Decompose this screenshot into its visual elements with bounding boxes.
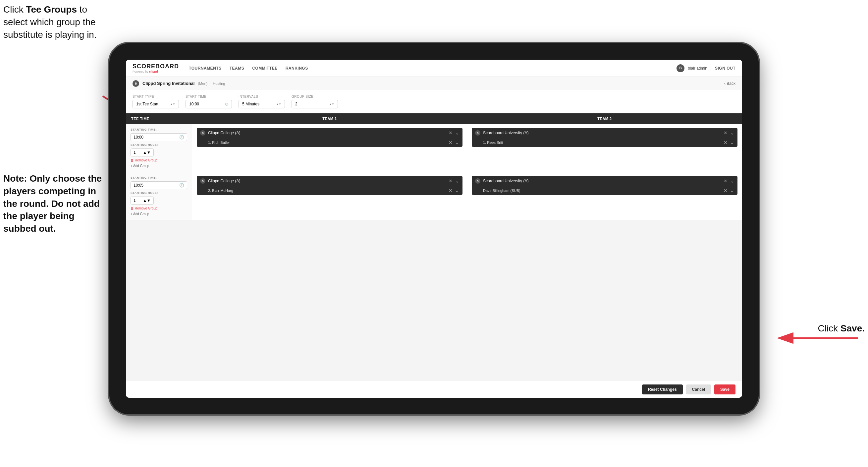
time-icon-2: 🕐 — [179, 183, 184, 187]
click-save-label: Click Save. — [818, 323, 865, 334]
starting-time-input-1[interactable]: 10:00 🕐 — [130, 133, 187, 141]
nav-avatar: B — [677, 64, 684, 72]
team1-remove-2[interactable]: ✕ — [448, 178, 453, 184]
breadcrumb-bar: B Clippd Spring Invitational (Men) Hosti… — [126, 77, 742, 90]
start-time-input[interactable]: 10:00 🕐 — [186, 100, 232, 108]
player-expand-1-2[interactable]: ⌄ — [455, 188, 459, 193]
starting-hole-input-1[interactable]: 1 ▲▼ — [130, 148, 154, 156]
note-text: Note: Only choose the players competing … — [3, 172, 106, 235]
player-entry-2-2: Dave Billingham (SUB) ✕ ⌄ — [472, 186, 738, 195]
group-size-label: Group Size — [291, 95, 338, 98]
start-time-stepper[interactable]: 🕐 — [225, 103, 228, 106]
team2-col-1: S Scoreboard University (A) ✕ ⌄ 1. Rees … — [467, 124, 742, 172]
team1-remove-1[interactable]: ✕ — [448, 130, 453, 136]
intervals-stepper[interactable]: ▲▼ — [276, 103, 281, 106]
logo-powered: Powered by clippd — [132, 70, 179, 73]
header-team1: Team 1 — [192, 113, 467, 124]
starting-time-input-2[interactable]: 10:05 🕐 — [130, 181, 187, 189]
team1-col-1: B Clippd College (A) ✕ ⌄ 1. Rich Butler … — [192, 124, 467, 172]
player-remove-1-1[interactable]: ✕ — [448, 140, 453, 145]
starting-time-label-1: STARTING TIME: — [130, 128, 187, 131]
hosting-badge: Hosting — [213, 82, 225, 86]
logo-clippd: clippd — [149, 70, 158, 73]
starting-hole-label-1: STARTING HOLE: — [130, 143, 187, 146]
back-link[interactable]: Back — [724, 81, 736, 86]
player-remove-2-1[interactable]: ✕ — [723, 140, 727, 145]
starting-hole-value-2: 1 — [133, 198, 136, 203]
settings-start-type: Start Type 1st Tee Start ▲▼ — [132, 95, 179, 108]
cancel-button[interactable]: Cancel — [686, 384, 711, 395]
team2-name-1: Scoreboard University (A) — [483, 130, 721, 135]
team2-dot-2: S — [475, 178, 480, 184]
tee-table: Tee Time Team 1 Team 2 STARTING TIME: 10… — [126, 113, 742, 381]
team2-expand-2[interactable]: ⌄ — [730, 178, 734, 184]
nav-tournaments[interactable]: TOURNAMENTS — [189, 65, 222, 72]
team1-header-1: B Clippd College (A) ✕ ⌄ — [197, 128, 463, 138]
start-type-stepper[interactable]: ▲▼ — [170, 103, 175, 106]
team2-remove-1[interactable]: ✕ — [723, 130, 727, 136]
start-type-label: Start Type — [132, 95, 179, 98]
hole-stepper-2[interactable]: ▲▼ — [143, 198, 151, 203]
starting-hole-input-2[interactable]: 1 ▲▼ — [130, 197, 154, 204]
player-expand-2-2[interactable]: ⌄ — [730, 188, 734, 193]
team1-expand-2[interactable]: ⌄ — [455, 178, 459, 184]
team2-entry-1: S Scoreboard University (A) ✕ ⌄ 1. Rees … — [472, 128, 738, 147]
team1-entry-2: B Clippd College (A) ✕ ⌄ 2. Blair McHarg… — [197, 176, 463, 195]
player-name-1-1: 1. Rich Butler — [208, 141, 446, 145]
team1-dot-2: B — [200, 178, 206, 184]
intervals-input[interactable]: 5 Minutes ▲▼ — [239, 100, 285, 108]
player-name-1-2: 2. Blair McHarg — [208, 188, 446, 193]
content-area: Start Type 1st Tee Start ▲▼ Start Time 1… — [126, 90, 742, 398]
team2-header-2: S Scoreboard University (A) ✕ ⌄ — [472, 176, 738, 186]
team2-expand-1[interactable]: ⌄ — [730, 130, 734, 136]
start-time-label: Start Time — [186, 95, 232, 98]
breadcrumb-gender: (Men) — [198, 82, 207, 86]
starting-time-value-2: 10:05 — [133, 183, 144, 187]
team1-header-2: B Clippd College (A) ✕ ⌄ — [197, 176, 463, 186]
add-group-btn-1[interactable]: + Add Group — [130, 164, 187, 168]
top-nav: SCOREBOARD Powered by clippd TOURNAMENTS… — [126, 60, 742, 77]
nav-teams[interactable]: TEAMS — [229, 65, 245, 72]
tee-row-2: STARTING TIME: 10:05 🕐 STARTING HOLE: 1 … — [126, 172, 742, 220]
tee-time-col-2: STARTING TIME: 10:05 🕐 STARTING HOLE: 1 … — [126, 172, 192, 220]
add-group-btn-2[interactable]: + Add Group — [130, 212, 187, 216]
remove-group-btn-2[interactable]: 🗑 Remove Group — [130, 206, 187, 210]
team2-remove-2[interactable]: ✕ — [723, 178, 727, 184]
starting-hole-value-1: 1 — [133, 150, 136, 155]
tee-table-header: Tee Time Team 1 Team 2 — [126, 113, 742, 124]
player-expand-2-1[interactable]: ⌄ — [730, 140, 734, 145]
nav-items: TOURNAMENTS TEAMS COMMITTEE RANKINGS — [189, 65, 677, 72]
settings-intervals: Intervals 5 Minutes ▲▼ — [239, 95, 285, 108]
group-size-value: 2 — [295, 102, 298, 107]
instructions-text: Click Tee Groups to select which group t… — [3, 3, 106, 41]
nav-right: B blair admin | Sign out — [677, 64, 736, 72]
breadcrumb-title: Clippd Spring Invitational — [143, 81, 194, 86]
hole-stepper-1[interactable]: ▲▼ — [143, 150, 151, 155]
team2-name-2: Scoreboard University (A) — [483, 179, 721, 183]
group-size-stepper[interactable]: ▲▼ — [329, 103, 334, 106]
logo-scoreboard: SCOREBOARD — [132, 63, 179, 70]
player-remove-2-2[interactable]: ✕ — [723, 188, 727, 193]
reset-button[interactable]: Reset Changes — [642, 384, 683, 395]
tablet-frame: SCOREBOARD Powered by clippd TOURNAMENTS… — [109, 43, 759, 414]
nav-signout[interactable]: Sign out — [715, 65, 736, 72]
starting-time-value-1: 10:00 — [133, 135, 144, 140]
nav-committee[interactable]: COMMITTEE — [252, 65, 278, 72]
tee-row: STARTING TIME: 10:00 🕐 STARTING HOLE: 1 … — [126, 124, 742, 172]
save-button[interactable]: Save — [714, 384, 736, 395]
settings-group-size: Group Size 2 ▲▼ — [291, 95, 338, 108]
player-expand-1-1[interactable]: ⌄ — [455, 140, 459, 145]
group-size-input[interactable]: 2 ▲▼ — [291, 100, 338, 108]
start-type-input[interactable]: 1st Tee Start ▲▼ — [132, 100, 179, 108]
header-tee-time: Tee Time — [126, 113, 192, 124]
intervals-value: 5 Minutes — [242, 102, 259, 107]
nav-separator: | — [711, 66, 712, 70]
nav-rankings[interactable]: RANKINGS — [286, 65, 308, 72]
time-icon-1: 🕐 — [179, 135, 184, 140]
team1-dot-1: B — [200, 130, 206, 136]
breadcrumb-icon: B — [132, 80, 139, 87]
team2-dot-1: S — [475, 130, 480, 136]
player-remove-1-2[interactable]: ✕ — [448, 188, 453, 193]
remove-group-btn-1[interactable]: 🗑 Remove Group — [130, 158, 187, 162]
team1-expand-1[interactable]: ⌄ — [455, 130, 459, 136]
